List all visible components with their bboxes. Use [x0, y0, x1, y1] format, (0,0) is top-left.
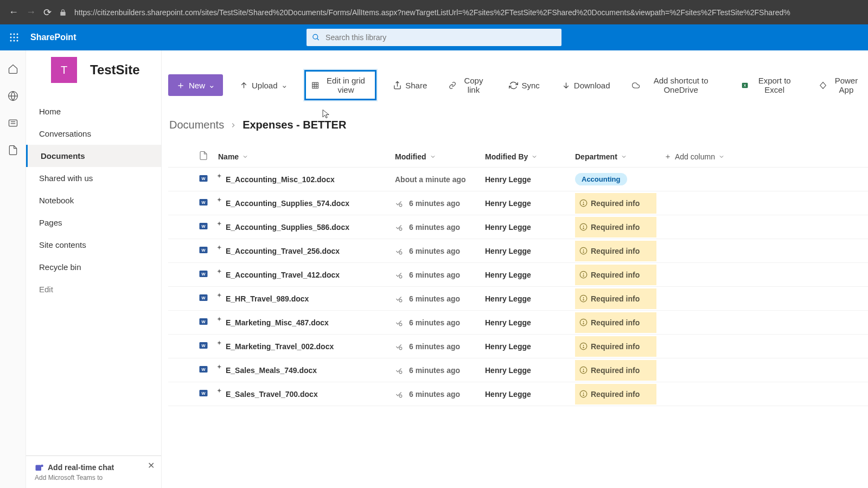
col-name[interactable]: Name — [218, 152, 395, 161]
nav-item-documents[interactable]: Documents — [26, 145, 161, 167]
back-button[interactable]: ← — [9, 7, 18, 18]
chevron-right-icon — [229, 121, 237, 129]
file-name[interactable]: E_Marketing_Misc_487.docx — [226, 318, 329, 327]
app-launcher[interactable] — [4, 28, 24, 47]
table-row[interactable]: W✦E_Sales_Meals_749.docx6 minutes agoHen… — [168, 358, 868, 382]
nav-item-conversations[interactable]: Conversations — [26, 123, 161, 145]
table-row[interactable]: W✦E_Accounting_Supplies_586.docx6 minute… — [168, 215, 868, 239]
add-column-button[interactable]: ＋ Add column — [664, 152, 725, 162]
required-info-cell[interactable]: Required info — [575, 312, 656, 333]
required-info-cell[interactable]: Required info — [575, 384, 656, 404]
required-info-cell[interactable]: Required info — [575, 193, 656, 214]
home-icon[interactable] — [8, 63, 18, 74]
power-button[interactable]: Power App — [814, 72, 868, 99]
modified-by[interactable]: Henry Legge — [485, 175, 575, 184]
new-button[interactable]: ＋ New ⌄ — [168, 74, 223, 96]
file-name[interactable]: E_HR_Travel_989.docx — [226, 294, 309, 303]
file-name[interactable]: E_Sales_Travel_700.docx — [226, 390, 318, 399]
upload-button[interactable]: Upload ⌄ — [234, 76, 293, 94]
file-name[interactable]: E_Accounting_Supplies_574.docx — [226, 199, 349, 208]
breadcrumb: Documents Expenses - BETTER — [168, 119, 868, 131]
search-input[interactable] — [326, 33, 556, 42]
news-icon[interactable] — [8, 118, 18, 129]
file-name[interactable]: E_Marketing_Travel_002.docx — [226, 342, 334, 351]
breadcrumb-library[interactable]: Documents — [169, 119, 224, 131]
file-name[interactable]: E_Accounting_Misc_102.docx — [226, 175, 335, 184]
required-info-cell[interactable]: Required info — [575, 360, 656, 381]
modified-by[interactable]: Henry Legge — [485, 199, 575, 208]
required-info-cell[interactable]: Required info — [575, 265, 656, 285]
required-info-cell[interactable]: Required info — [575, 336, 656, 357]
modified-by[interactable]: Henry Legge — [485, 342, 575, 351]
shortcut-button[interactable]: Add shortcut to OneDrive — [627, 72, 725, 99]
share-button[interactable]: Share — [387, 76, 432, 94]
table-row[interactable]: W✦E_Accounting_Travel_256.docx6 minutes … — [168, 239, 868, 263]
new-indicator-icon: ✦ — [217, 197, 221, 203]
file-name[interactable]: E_Accounting_Travel_412.docx — [226, 271, 340, 279]
modified-by[interactable]: Henry Legge — [485, 271, 575, 279]
svg-point-48 — [583, 275, 584, 276]
nav-item-home[interactable]: Home — [26, 100, 161, 123]
nav-item-notebook[interactable]: Notebook — [26, 189, 161, 211]
forward-button[interactable]: → — [26, 7, 36, 18]
col-department[interactable]: Department — [575, 152, 664, 161]
table-row[interactable]: W✦E_Marketing_Misc_487.docx6 minutes ago… — [168, 311, 868, 335]
required-info-cell[interactable]: Required info — [575, 217, 656, 237]
nav-item-shared-with-us[interactable]: Shared with us — [26, 167, 161, 189]
svg-text:W: W — [201, 319, 206, 324]
onedrive-icon — [632, 81, 640, 90]
nav-item-pages[interactable]: Pages — [26, 211, 161, 234]
shortcut-label: Add shortcut to OneDrive — [643, 76, 719, 94]
table-row[interactable]: W✦E_Accounting_Misc_102.docxAbout a minu… — [168, 168, 868, 191]
table-row[interactable]: W✦E_Accounting_Travel_412.docx6 minutes … — [168, 263, 868, 287]
file-icon[interactable] — [8, 145, 18, 156]
modified-by[interactable]: Henry Legge — [485, 318, 575, 327]
modified-by[interactable]: Henry Legge — [485, 223, 575, 232]
file-name[interactable]: E_Accounting_Travel_256.docx — [226, 247, 340, 255]
modified-by[interactable]: Henry Legge — [485, 294, 575, 303]
reload-button[interactable]: ⟳ — [43, 7, 52, 18]
edit-grid-button[interactable]: Edit in grid view — [304, 70, 377, 100]
copy-link-button[interactable]: Copy link — [443, 72, 493, 99]
link-icon — [449, 81, 456, 90]
modified-by[interactable]: Henry Legge — [485, 390, 575, 399]
nav-item-edit[interactable]: Edit — [26, 278, 161, 300]
word-icon: W — [199, 245, 208, 255]
warning-icon — [579, 199, 588, 207]
download-button[interactable]: Download — [556, 76, 616, 94]
file-name[interactable]: E_Accounting_Supplies_586.docx — [226, 223, 349, 232]
search-box[interactable] — [307, 29, 561, 46]
chevron-down-icon — [531, 153, 538, 160]
table-row[interactable]: W✦E_Marketing_Travel_002.docx6 minutes a… — [168, 335, 868, 358]
file-name[interactable]: E_Sales_Meals_749.docx — [226, 366, 317, 375]
required-info-cell[interactable]: Required info — [575, 288, 656, 309]
svg-point-72 — [583, 371, 584, 371]
modified-by[interactable]: Henry Legge — [485, 247, 575, 255]
warning-icon — [579, 271, 588, 279]
globe-icon[interactable] — [8, 91, 18, 101]
table-row[interactable]: W✦E_HR_Travel_989.docx6 minutes agoHenry… — [168, 287, 868, 311]
nav-item-site-contents[interactable]: Site contents — [26, 234, 161, 256]
svg-point-4 — [14, 37, 15, 38]
table-row[interactable]: W✦E_Sales_Travel_700.docx6 minutes agoHe… — [168, 382, 868, 406]
new-label: New — [189, 81, 205, 90]
col-modified[interactable]: Modified — [395, 152, 485, 161]
table-header: Name Modified Modified By Department ＋ — [168, 146, 868, 168]
nav-item-recycle-bin[interactable]: Recycle bin — [26, 256, 161, 278]
modified-by[interactable]: Henry Legge — [485, 366, 575, 375]
plus-icon: ＋ — [664, 152, 672, 162]
col-modified-by[interactable]: Modified By — [485, 152, 575, 161]
table-row[interactable]: W✦E_Accounting_Supplies_574.docx6 minute… — [168, 191, 868, 215]
upload-icon — [239, 81, 248, 90]
close-icon[interactable]: ✕ — [148, 460, 155, 471]
export-excel-button[interactable]: Export to Excel — [736, 72, 803, 99]
address-bar[interactable]: https://citizenbuilders.sharepoint.com/s… — [74, 8, 790, 17]
svg-point-39 — [399, 252, 402, 254]
svg-text:W: W — [201, 224, 206, 229]
required-info-cell[interactable]: Required info — [575, 241, 656, 261]
power-label: Power App — [830, 76, 863, 94]
file-type-icon[interactable] — [199, 151, 208, 160]
main-content: ＋ New ⌄ Upload ⌄ Edit in grid view Share… — [162, 50, 868, 488]
sync-button[interactable]: Sync — [503, 76, 545, 94]
modified-time: 6 minutes ago — [409, 294, 460, 303]
